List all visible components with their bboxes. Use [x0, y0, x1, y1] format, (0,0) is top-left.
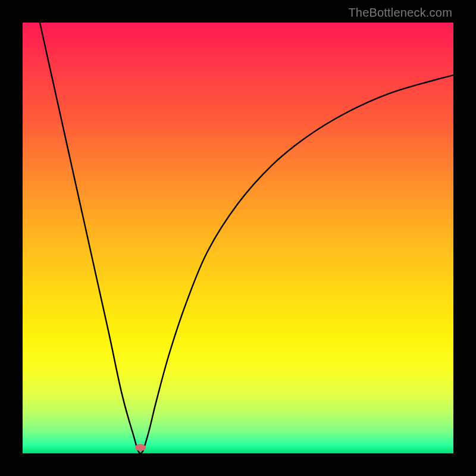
- minimum-marker: [135, 444, 146, 451]
- curve-svg: [23, 23, 453, 453]
- plot-area: [23, 23, 453, 453]
- chart-container: TheBottleneck.com: [0, 0, 476, 476]
- watermark-label: TheBottleneck.com: [348, 6, 452, 20]
- bottleneck-curve-path: [40, 23, 453, 453]
